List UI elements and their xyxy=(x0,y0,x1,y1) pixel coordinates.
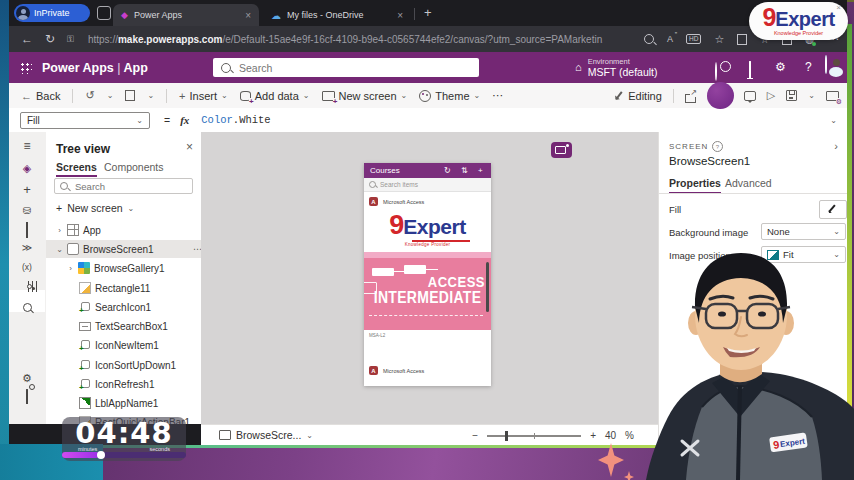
phone-sort-icon[interactable]: ⇅ xyxy=(461,166,468,175)
tree-search-input[interactable] xyxy=(73,180,187,193)
paste-icon xyxy=(125,90,135,101)
settings-gear-icon[interactable]: ⚙ xyxy=(775,60,786,74)
formula-input[interactable]: Color.White xyxy=(201,114,270,126)
tree-item-rectangle11[interactable]: Rectangle11 xyxy=(46,279,202,297)
tab-advanced[interactable]: Advanced xyxy=(725,177,772,189)
zoom-slider-handle[interactable] xyxy=(505,431,508,441)
tree-item-iconrefresh1[interactable]: IconRefresh1 xyxy=(46,375,202,393)
tree-new-screen-button[interactable]: + New screen ⌄ xyxy=(56,202,134,214)
database-icon xyxy=(240,91,251,101)
undo-dropdown[interactable]: ⌄ xyxy=(107,91,114,100)
toolbar-more-button[interactable]: ⋯ xyxy=(492,89,503,102)
phone-app-header[interactable]: Courses ↻ ⇅ + xyxy=(364,163,491,178)
comments-icon[interactable] xyxy=(744,91,756,101)
course-banner[interactable]: ACCESS INTERMEDIATE xyxy=(364,252,491,330)
tree-item-iconnewitem1[interactable]: IconNewItem1 xyxy=(46,336,202,354)
tree-item-searchicon1[interactable]: SearchIcon1 xyxy=(46,298,202,316)
rail-data-icon[interactable]: ⛁ xyxy=(9,205,45,216)
tab-close-icon[interactable]: × xyxy=(397,10,403,21)
share-icon[interactable] xyxy=(685,94,696,103)
app-settings-icon[interactable] xyxy=(826,91,839,101)
zoom-in-button[interactable]: + xyxy=(590,430,596,441)
phone-search-box[interactable]: Search items xyxy=(364,178,491,192)
rail-tree-view-icon[interactable]: ◈ xyxy=(9,162,45,175)
preview-play-icon[interactable]: ▷ xyxy=(767,89,775,102)
gallery-item-header[interactable]: A Microsoft Access xyxy=(369,197,424,206)
rail-settings-icon[interactable]: ⚙ xyxy=(9,372,45,385)
back-icon[interactable]: ← xyxy=(21,32,33,46)
overlay-close-icon[interactable]: × xyxy=(836,4,841,12)
tree-item-lblappname1[interactable]: LblAppName1 xyxy=(46,394,202,412)
rail-menu-icon[interactable]: ≡ xyxy=(9,139,45,153)
user-avatar[interactable] xyxy=(825,55,827,74)
rail-power-automate-icon[interactable]: ≫ xyxy=(9,242,45,253)
phone-preview[interactable]: Courses ↻ ⇅ + Search items A Microsoft A… xyxy=(364,163,491,386)
theme-button[interactable]: Theme ⌄ xyxy=(419,90,480,102)
save-dropdown[interactable]: ⌄ xyxy=(808,91,815,100)
background-image-select[interactable]: None ⌄ xyxy=(761,223,846,240)
search-input[interactable] xyxy=(237,61,441,75)
tab-power-apps[interactable]: ◆ Power Apps × xyxy=(113,4,259,26)
help-circle-icon[interactable]: ? xyxy=(712,141,723,152)
property-selector[interactable]: Fill ⌄ xyxy=(20,112,150,129)
rail-insert-icon[interactable]: + xyxy=(9,182,45,197)
tree-item-textsearchbox1[interactable]: TextSearchBox1 xyxy=(46,317,202,335)
split-screen-icon[interactable] xyxy=(737,34,747,45)
save-icon[interactable] xyxy=(786,90,797,101)
new-screen-button[interactable]: New screen ⌄ xyxy=(322,90,408,102)
tab-components[interactable]: Components xyxy=(104,161,164,173)
favorites-star-icon[interactable]: ☆ xyxy=(714,33,724,46)
tab-onedrive[interactable]: ☁ My files - OneDrive × xyxy=(263,4,411,26)
expand-chevron-icon[interactable]: › xyxy=(67,264,74,273)
screen-switcher[interactable]: BrowseScre... ⌄ xyxy=(219,429,313,441)
fill-color-button[interactable] xyxy=(819,200,847,219)
expand-chevron-icon[interactable]: › xyxy=(56,226,63,235)
paste-dropdown[interactable]: ⌄ xyxy=(147,91,154,100)
back-button[interactable]: ← Back xyxy=(21,90,60,102)
hd-badge[interactable]: HD xyxy=(686,34,701,44)
tab-close-icon[interactable]: × xyxy=(245,10,251,21)
tree-search-box[interactable] xyxy=(54,178,193,194)
read-aloud-icon[interactable]: A xyxy=(667,34,673,44)
tab-list-button[interactable] xyxy=(97,6,111,20)
help-icon[interactable]: ? xyxy=(805,60,812,74)
zoom-out-icon[interactable] xyxy=(644,34,654,44)
refresh-icon[interactable]: ↻ xyxy=(45,32,55,46)
phone-new-item-icon[interactable]: + xyxy=(478,166,483,175)
rail-search-icon[interactable] xyxy=(9,301,45,312)
gallery-scrollbar[interactable] xyxy=(486,262,489,312)
screen-comment-badge[interactable] xyxy=(551,142,572,158)
panel-collapse-chevron[interactable]: › xyxy=(834,140,838,152)
design-canvas[interactable]: Courses ↻ ⇅ + Search items A Microsoft A… xyxy=(201,132,658,424)
tree-item-browsegallery1[interactable]: › BrowseGallery1 xyxy=(46,259,202,277)
undo-button[interactable]: ↺ xyxy=(85,89,94,102)
zoom-slider[interactable] xyxy=(487,435,581,437)
app-checker-button[interactable] xyxy=(707,82,734,109)
collapse-chevron-icon[interactable]: ⌄ xyxy=(56,245,63,254)
zoom-out-button[interactable]: − xyxy=(472,430,478,441)
copilot-icon[interactable] xyxy=(715,62,717,81)
tree-item-browsescreen1[interactable]: ⌄ BrowseScreen1 ⋯ xyxy=(46,240,202,258)
global-search-box[interactable] xyxy=(213,58,479,77)
rail-media-icon[interactable] xyxy=(9,223,45,237)
rail-variables-icon[interactable]: (x) xyxy=(9,262,45,272)
rail-accessibility-icon[interactable] xyxy=(9,390,45,404)
editing-status[interactable]: Editing xyxy=(614,90,662,102)
insert-button[interactable]: + Insert ⌄ xyxy=(179,90,228,102)
url-field[interactable]: https://make.powerapps.com/e/Default-15a… xyxy=(88,34,603,45)
gallery-item-header[interactable]: A Microsoft Access xyxy=(369,366,424,375)
inprivate-badge[interactable]: InPrivate xyxy=(14,4,90,22)
tree-close-icon[interactable]: × xyxy=(186,140,193,154)
tab-screens[interactable]: Screens xyxy=(56,161,97,177)
tab-properties[interactable]: Properties xyxy=(669,177,721,194)
notifications-bell-icon[interactable] xyxy=(749,61,751,79)
environment-picker[interactable]: ⌂ Environment MSFT (default) xyxy=(575,56,657,78)
tree-item-app[interactable]: › App xyxy=(46,221,202,239)
phone-refresh-icon[interactable]: ↻ xyxy=(444,166,451,175)
tree-item-iconsortupdown1[interactable]: IconSortUpDown1 xyxy=(46,356,202,374)
paste-button[interactable] xyxy=(125,90,135,101)
formula-expand-chevron[interactable]: ⌄ xyxy=(830,116,837,125)
waffle-icon[interactable] xyxy=(19,61,32,74)
add-data-button[interactable]: Add data ⌄ xyxy=(240,90,310,102)
new-tab-button[interactable]: + xyxy=(424,5,432,20)
